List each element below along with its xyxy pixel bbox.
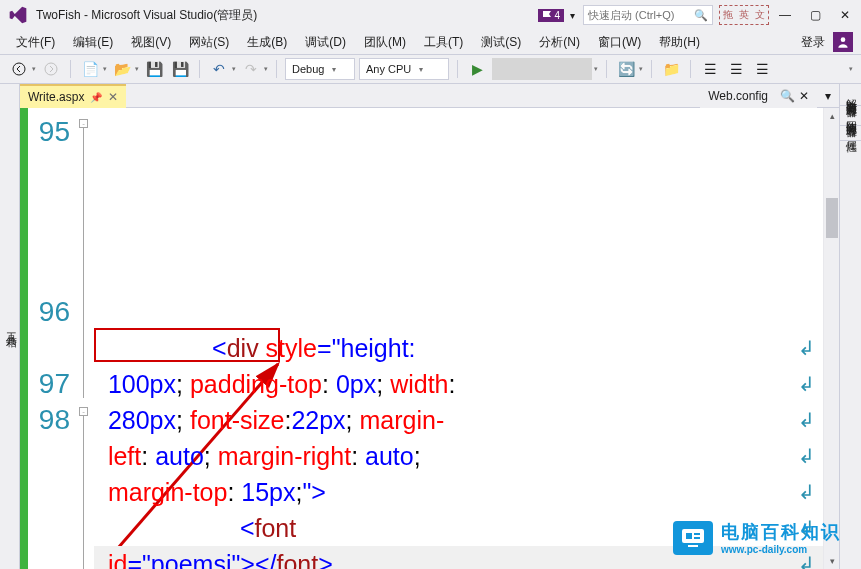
preview-icon[interactable]: 🔍	[780, 89, 795, 103]
window-controls: — ▢ ✕	[777, 7, 853, 23]
menu-window[interactable]: 窗口(W)	[590, 32, 649, 53]
vs-logo-icon	[8, 5, 28, 25]
toolbox-tab[interactable]: 工具箱	[0, 84, 20, 569]
format-button[interactable]: ☰	[751, 58, 773, 80]
tab-web-config[interactable]: Web.config 🔍 ✕	[700, 84, 817, 108]
dropdown-arrow-icon[interactable]: ▾	[639, 65, 643, 73]
watermark: 电脑百科知识 www.pc-daily.com	[673, 520, 841, 555]
new-folder-button[interactable]: 📁	[660, 58, 682, 80]
undo-button[interactable]: ↶	[208, 58, 230, 80]
code-editor[interactable]: 95969798 - - <div style="height:↲ 100px;…	[20, 108, 839, 569]
quick-launch-placeholder: 快速启动 (Ctrl+Q)	[588, 8, 674, 23]
new-project-button[interactable]: 📄	[79, 58, 101, 80]
maximize-button[interactable]: ▢	[807, 7, 823, 23]
ime-indicator[interactable]: 拖 英 文	[719, 5, 769, 25]
dropdown-arrow-icon[interactable]: ▾	[135, 65, 139, 73]
menu-website[interactable]: 网站(S)	[181, 32, 237, 53]
redo-button[interactable]: ↷	[240, 58, 262, 80]
menu-edit[interactable]: 编辑(E)	[65, 32, 121, 53]
vertical-scrollbar[interactable]: ▴ ▾	[823, 108, 839, 569]
start-target-label[interactable]	[492, 58, 592, 80]
solution-explorer-tab[interactable]: 解决方案资源管理器	[840, 84, 861, 106]
chevron-down-icon: ▾	[332, 65, 336, 74]
save-all-button[interactable]: 💾	[169, 58, 191, 80]
close-button[interactable]: ✕	[837, 7, 853, 23]
save-button[interactable]: 💾	[143, 58, 165, 80]
collapse-toggle[interactable]: -	[79, 407, 88, 416]
tab-label: Write.aspx	[28, 90, 84, 104]
code-text-area[interactable]: <div style="height:↲ 100px; padding-top:…	[90, 108, 823, 569]
collapse-toggle[interactable]: -	[79, 119, 88, 128]
watermark-url: www.pc-daily.com	[721, 544, 841, 555]
tab-overflow-button[interactable]: ▾	[817, 84, 839, 108]
menu-file[interactable]: 文件(F)	[8, 32, 63, 53]
svg-rect-5	[688, 545, 698, 547]
scroll-up-button[interactable]: ▴	[824, 108, 839, 124]
scrollbar-thumb[interactable]	[826, 198, 838, 238]
browser-link-button[interactable]: 🔄	[615, 58, 637, 80]
nav-forward-button[interactable]	[40, 58, 62, 80]
notification-flag[interactable]: 4	[538, 9, 564, 22]
svg-rect-8	[694, 537, 700, 539]
svg-rect-6	[686, 533, 692, 539]
chevron-down-icon: ▾	[419, 65, 423, 74]
close-icon[interactable]: ✕	[799, 89, 809, 103]
window-title: TwoFish - Microsoft Visual Studio(管理员)	[36, 7, 257, 24]
config-dropdown[interactable]: Debug ▾	[285, 58, 355, 80]
avatar-icon[interactable]	[833, 32, 853, 52]
document-tabs: Write.aspx 📌 ✕ Web.config 🔍 ✕ ▾	[20, 84, 839, 108]
notification-count: 4	[554, 10, 560, 21]
svg-point-1	[13, 63, 25, 75]
svg-point-2	[45, 63, 57, 75]
uncomment-button[interactable]: ☰	[725, 58, 747, 80]
dropdown-arrow-icon[interactable]: ▾	[32, 65, 36, 73]
search-icon: 🔍	[694, 9, 708, 22]
platform-dropdown[interactable]: Any CPU ▾	[359, 58, 449, 80]
close-icon[interactable]: ✕	[108, 90, 118, 104]
svg-rect-7	[694, 533, 700, 535]
tab-write-aspx[interactable]: Write.aspx 📌 ✕	[20, 84, 126, 108]
dropdown-arrow-icon[interactable]: ▾	[232, 65, 236, 73]
svg-rect-4	[682, 529, 704, 543]
config-label: Debug	[292, 63, 324, 75]
svg-point-0	[841, 37, 846, 42]
flag-icon	[542, 10, 552, 20]
pin-icon[interactable]: 📌	[90, 92, 102, 103]
watermark-logo-icon	[673, 521, 713, 555]
menu-build[interactable]: 生成(B)	[239, 32, 295, 53]
menu-bar: 文件(F) 编辑(E) 视图(V) 网站(S) 生成(B) 调试(D) 团队(M…	[0, 30, 861, 54]
nav-back-button[interactable]	[8, 58, 30, 80]
start-debug-button[interactable]: ▶	[466, 58, 488, 80]
toolbar-overflow-icon[interactable]: ▾	[849, 65, 853, 73]
menu-view[interactable]: 视图(V)	[123, 32, 179, 53]
dropdown-arrow-icon[interactable]: ▾	[103, 65, 107, 73]
word-wrap-glyph-icon: ↲	[798, 402, 815, 438]
platform-label: Any CPU	[366, 63, 411, 75]
line-number-margin: 95969798	[28, 108, 78, 569]
scroll-down-button[interactable]: ▾	[824, 553, 839, 569]
login-link[interactable]: 登录	[801, 34, 825, 51]
tab-label: Web.config	[708, 89, 768, 103]
open-file-button[interactable]: 📂	[111, 58, 133, 80]
right-tool-tabs: 解决方案资源管理器 团队资源管理器 属性	[839, 84, 861, 569]
title-bar: TwoFish - Microsoft Visual Studio(管理员) 4…	[0, 0, 861, 30]
comment-button[interactable]: ☰	[699, 58, 721, 80]
dropdown-arrow-icon[interactable]: ▾	[594, 65, 598, 73]
quick-launch-input[interactable]: 快速启动 (Ctrl+Q) 🔍	[583, 5, 713, 25]
word-wrap-glyph-icon: ↲	[798, 366, 815, 402]
document-host: 工具箱 Write.aspx 📌 ✕ Web.config 🔍 ✕ ▾ 9596…	[0, 84, 861, 569]
menu-tools[interactable]: 工具(T)	[416, 32, 471, 53]
properties-tab[interactable]: 属性	[840, 126, 861, 141]
word-wrap-glyph-icon: ↲	[798, 474, 815, 510]
menu-analyze[interactable]: 分析(N)	[531, 32, 588, 53]
minimize-button[interactable]: —	[777, 7, 793, 23]
menu-team[interactable]: 团队(M)	[356, 32, 414, 53]
menu-help[interactable]: 帮助(H)	[651, 32, 708, 53]
feedback-dropdown-icon[interactable]: ▾	[570, 10, 575, 21]
menu-test[interactable]: 测试(S)	[473, 32, 529, 53]
word-wrap-glyph-icon: ↲	[798, 438, 815, 474]
dropdown-arrow-icon[interactable]: ▾	[264, 65, 268, 73]
team-explorer-tab[interactable]: 团队资源管理器	[840, 106, 861, 126]
outlining-margin[interactable]: - -	[78, 108, 90, 569]
menu-debug[interactable]: 调试(D)	[297, 32, 354, 53]
